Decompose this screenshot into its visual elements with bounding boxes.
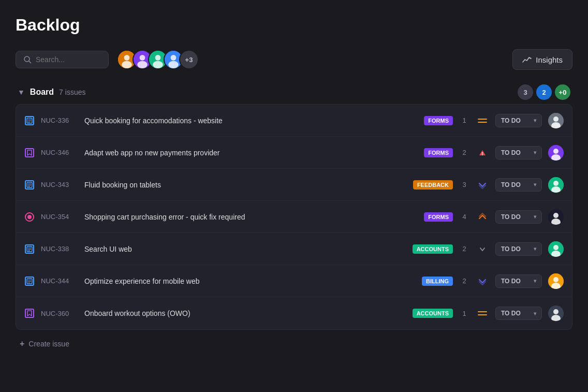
assignee-avatar[interactable] (548, 177, 564, 193)
priority-icon[interactable] (476, 178, 489, 192)
svg-point-10 (153, 61, 163, 68)
search-input[interactable] (36, 55, 101, 64)
svg-point-43 (553, 245, 558, 250)
chevron-down-icon: ▾ (534, 311, 536, 316)
status-label: TO DO (501, 245, 521, 253)
svg-point-36 (553, 213, 558, 218)
priority-icon[interactable] (476, 274, 489, 288)
issue-tag[interactable]: BILLING (422, 277, 453, 286)
status-badge[interactable]: TO DO ▾ (495, 178, 542, 192)
issue-number: 3 (459, 181, 469, 188)
board-collapse-icon[interactable]: ▼ (18, 88, 25, 96)
issue-title: Optimize experience for mobile web (84, 277, 416, 285)
assignee-avatar[interactable] (548, 145, 564, 161)
assignee-avatar[interactable] (548, 209, 564, 225)
issue-number: 4 (459, 213, 469, 221)
chevron-down-icon: ▾ (534, 118, 536, 123)
svg-point-13 (168, 61, 179, 68)
table-row[interactable]: NUC-336 Quick booking for accomodations … (16, 105, 572, 137)
issue-tag[interactable]: ACCOUNTS (413, 309, 453, 318)
table-row[interactable]: NUC-344 Optimize experience for mobile w… (16, 265, 572, 297)
board-header-left: ▼ Board 7 issues (18, 88, 85, 97)
priority-icon[interactable] (476, 210, 489, 224)
badge-blue: 2 (536, 84, 552, 100)
issue-number: 2 (459, 277, 469, 285)
status-badge[interactable]: TO DO ▾ (495, 114, 542, 127)
badge-gray: 3 (518, 84, 533, 100)
assignee-avatar[interactable] (548, 241, 564, 257)
issue-title: Quick booking for accomodations - websit… (84, 117, 418, 125)
svg-point-12 (171, 55, 177, 61)
issue-id: NUC-338 (41, 245, 78, 253)
issue-number: 1 (459, 310, 469, 317)
plus-icon: + (20, 339, 24, 349)
table-row[interactable]: NUC-346 Adapt web app no new payments pr… (16, 137, 572, 169)
chevron-down-icon: ▾ (534, 278, 536, 284)
issue-tag[interactable]: FORMS (424, 148, 453, 157)
table-row[interactable]: NUC-343 Fluid booking on tablets FEEDBAC… (16, 169, 572, 201)
status-badge[interactable]: TO DO ▾ (495, 146, 542, 159)
issue-title: Onboard workout options (OWO) (84, 309, 406, 317)
svg-line-1 (29, 61, 31, 63)
issue-type-icon (24, 212, 35, 222)
svg-point-7 (137, 61, 148, 68)
search-box[interactable] (16, 51, 109, 68)
circle-icon (25, 212, 34, 222)
assignee-avatar[interactable] (548, 306, 564, 321)
board-header: ▼ Board 7 issues 3 2 +0 (16, 84, 572, 100)
issue-type-icon (24, 244, 35, 254)
assignee-avatar[interactable] (548, 113, 564, 128)
priority-icon[interactable] (476, 146, 489, 159)
issue-type-icon (24, 115, 35, 126)
avatar-extra-count[interactable]: +3 (179, 50, 199, 69)
board-count: 7 issues (59, 88, 85, 96)
svg-point-21 (553, 117, 558, 122)
issue-tag[interactable]: FEEDBACK (413, 180, 453, 190)
assignee-avatar[interactable] (548, 273, 564, 289)
priority-icon[interactable] (476, 242, 489, 256)
search-icon (23, 55, 32, 64)
toolbar-left: +3 (16, 50, 199, 69)
chevron-down-icon: ▾ (534, 182, 536, 187)
chevron-down-icon: ▾ (534, 214, 536, 220)
svg-point-6 (140, 55, 145, 61)
svg-point-24 (482, 154, 483, 155)
issue-type-icon (24, 148, 35, 158)
issue-number: 2 (459, 245, 469, 253)
bookmark-icon (25, 148, 34, 157)
table-row[interactable]: NUC-354 Shopping cart purchasing error -… (16, 201, 572, 233)
issue-number: 1 (459, 117, 469, 124)
issue-id: NUC-354 (41, 213, 78, 221)
create-issue-row[interactable]: + Create issue (16, 330, 572, 349)
issue-type-icon (24, 308, 35, 318)
insights-button[interactable]: Insights (512, 49, 572, 70)
issue-tag[interactable]: FORMS (424, 116, 453, 125)
issue-id: NUC-346 (41, 149, 78, 156)
issue-title: Search UI web (84, 245, 406, 253)
svg-point-55 (553, 309, 558, 314)
board-label: Board (30, 88, 54, 97)
insights-label: Insights (536, 55, 563, 64)
issue-title: Shopping cart purchasing error - quick f… (84, 213, 418, 221)
status-label: TO DO (501, 310, 521, 317)
issue-id: NUC-360 (41, 310, 78, 317)
avatars-group: +3 (117, 50, 199, 69)
priority-icon[interactable] (476, 307, 489, 320)
issue-number: 2 (459, 149, 469, 156)
issue-tag[interactable]: ACCOUNTS (413, 244, 453, 254)
status-badge[interactable]: TO DO ▾ (495, 210, 542, 224)
issue-type-icon (24, 276, 35, 286)
table-row[interactable]: NUC-360 Onboard workout options (OWO) AC… (16, 297, 572, 329)
status-badge[interactable]: TO DO ▾ (495, 274, 542, 288)
insights-icon (522, 55, 532, 64)
issue-tag[interactable]: FORMS (424, 212, 453, 222)
status-badge[interactable]: TO DO ▾ (495, 307, 542, 320)
table-row[interactable]: NUC-338 Search UI web ACCOUNTS 2 TO DO ▾ (16, 233, 572, 265)
priority-icon[interactable] (476, 114, 489, 127)
status-badge[interactable]: TO DO ▾ (495, 242, 542, 256)
story-icon (25, 244, 34, 254)
status-label: TO DO (501, 181, 521, 188)
board-badges: 3 2 +0 (518, 84, 570, 100)
story-icon (25, 116, 34, 125)
issue-title: Fluid booking on tablets (84, 181, 407, 189)
